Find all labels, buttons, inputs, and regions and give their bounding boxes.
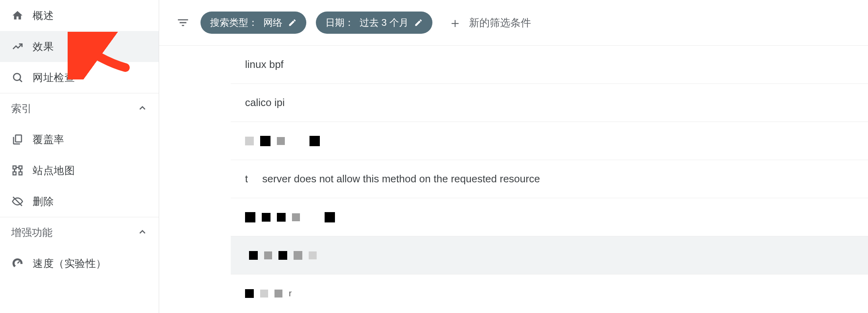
svg-rect-6 (19, 172, 22, 175)
section-title: 增强功能 (11, 226, 53, 240)
svg-rect-5 (13, 172, 16, 175)
pencil-icon (414, 18, 423, 27)
table-row[interactable] (231, 236, 868, 274)
svg-rect-3 (13, 166, 16, 169)
speed-icon (11, 257, 24, 270)
svg-rect-2 (16, 135, 21, 142)
sidebar: 概述 效果 网址检查 索引 覆盖率 (0, 0, 159, 313)
sidebar-item-label: 概述 (33, 9, 54, 23)
sidebar-item-overview[interactable]: 概述 (0, 0, 159, 31)
add-filter-button[interactable]: ＋ 新的筛选条件 (442, 16, 531, 30)
table-row[interactable] (231, 198, 868, 236)
chip-date[interactable]: 日期：过去 3 个月 (316, 12, 432, 34)
section-title: 索引 (11, 102, 32, 116)
sidebar-item-label: 覆盖率 (33, 133, 64, 147)
home-icon (11, 9, 24, 22)
svg-rect-4 (19, 166, 22, 169)
query-list: linux bpf calico ipi t server does not a… (159, 46, 868, 313)
filter-bar: 搜索类型：网络 日期：过去 3 个月 ＋ 新的筛选条件 (159, 0, 868, 46)
sitemap-icon (11, 164, 24, 177)
row-text: t server does not allow this method on t… (245, 173, 540, 185)
sidebar-item-sitemap[interactable]: 站点地图 (0, 155, 159, 186)
sidebar-item-label: 效果 (33, 40, 54, 54)
svg-line-11 (18, 261, 19, 263)
sidebar-item-performance[interactable]: 效果 (0, 31, 159, 62)
chip-value: 过去 3 个月 (360, 16, 409, 29)
chip-search-type[interactable]: 搜索类型：网络 (200, 12, 306, 34)
redacted-content (245, 251, 317, 260)
table-row[interactable] (231, 122, 868, 160)
chip-value: 网络 (263, 16, 282, 29)
redacted-content (245, 212, 335, 222)
pencil-icon (288, 18, 297, 27)
hide-icon (11, 195, 24, 208)
table-row[interactable]: r (231, 274, 868, 313)
table-row[interactable]: calico ipi (231, 84, 868, 122)
trend-icon (11, 40, 24, 53)
sidebar-item-coverage[interactable]: 覆盖率 (0, 124, 159, 155)
chevron-up-icon (137, 227, 148, 239)
copies-icon (11, 133, 24, 146)
table-row[interactable]: t server does not allow this method on t… (231, 160, 868, 198)
sidebar-item-speed[interactable]: 速度（实验性） (0, 248, 159, 279)
svg-line-1 (20, 80, 22, 82)
add-filter-label: 新的筛选条件 (469, 16, 531, 30)
sidebar-item-label: 网址检查 (33, 71, 75, 85)
plus-icon: ＋ (448, 16, 462, 29)
row-text: calico ipi (245, 97, 285, 109)
sidebar-item-removals[interactable]: 删除 (0, 186, 159, 217)
chip-prefix: 日期： (325, 16, 354, 29)
redacted-content (245, 136, 320, 146)
search-icon (11, 71, 24, 84)
svg-point-0 (14, 73, 21, 81)
chip-prefix: 搜索类型： (210, 16, 258, 29)
filter-icon[interactable] (175, 15, 191, 31)
sidebar-item-label: 删除 (33, 195, 54, 209)
sidebar-item-label: 站点地图 (33, 164, 75, 178)
sidebar-item-url-inspect[interactable]: 网址检查 (0, 62, 159, 93)
row-text: linux bpf (245, 58, 284, 71)
section-header-index[interactable]: 索引 (0, 93, 159, 124)
chevron-up-icon (137, 103, 148, 115)
section-header-enhance[interactable]: 增强功能 (0, 217, 159, 248)
table-row[interactable]: linux bpf (231, 46, 868, 84)
sidebar-item-label: 速度（实验性） (33, 257, 107, 270)
redacted-content: r (245, 288, 292, 299)
main-content: 搜索类型：网络 日期：过去 3 个月 ＋ 新的筛选条件 linux bpf ca… (159, 0, 868, 313)
